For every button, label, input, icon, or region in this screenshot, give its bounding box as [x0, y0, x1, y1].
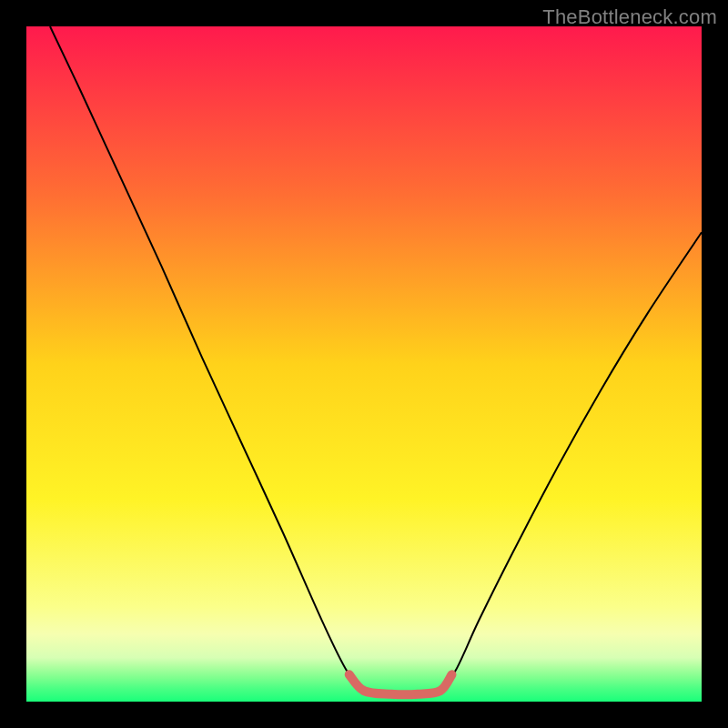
chart-frame: TheBottleneck.com [0, 0, 728, 728]
chart-background [26, 26, 702, 702]
bottleneck-chart [26, 26, 702, 702]
watermark: TheBottleneck.com [542, 5, 717, 29]
